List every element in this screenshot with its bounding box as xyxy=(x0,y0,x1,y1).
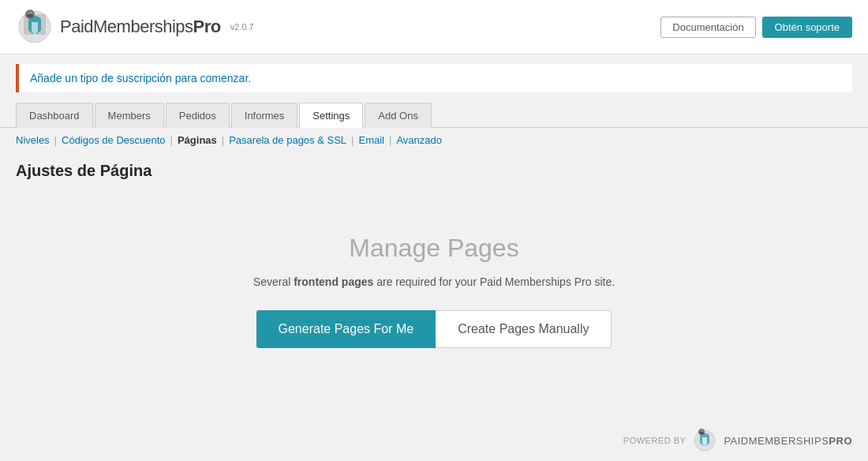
version-badge: v2.0.7 xyxy=(230,22,254,32)
tab-addons[interactable]: Add Ons xyxy=(365,103,432,128)
action-buttons: Generate Pages For Me Create Pages Manua… xyxy=(256,310,612,348)
subnav-pasarela[interactable]: Pasarela de pagos & SSL xyxy=(229,134,346,146)
svg-rect-3 xyxy=(27,14,33,17)
support-button[interactable]: Obtén soporte xyxy=(762,17,852,38)
sep-5: | xyxy=(389,134,391,146)
tab-dashboard[interactable]: Dashboard xyxy=(16,103,93,128)
tab-members[interactable]: Members xyxy=(95,103,164,128)
page-title: Ajustes de Página xyxy=(0,152,868,180)
sep-3: | xyxy=(222,134,224,146)
logo-text: PaidMembershipsPro xyxy=(60,17,221,37)
create-pages-manually-button[interactable]: Create Pages Manually xyxy=(436,310,612,348)
nav-tabs: Dashboard Members Pedidos Informes Setti… xyxy=(0,102,868,128)
tab-settings[interactable]: Settings xyxy=(299,103,363,128)
sep-1: | xyxy=(54,134,57,146)
logo-icon xyxy=(16,8,54,46)
sep-2: | xyxy=(170,134,173,146)
header: PaidMembershipsPro v2.0.7 Documentación … xyxy=(0,0,868,54)
generate-pages-button[interactable]: Generate Pages For Me xyxy=(256,310,436,348)
sep-4: | xyxy=(351,134,354,146)
notice-bar: Añade un tipo de suscripción para comenz… xyxy=(16,64,852,92)
subnav-codigos[interactable]: Códigos de Descuento xyxy=(62,134,166,146)
subnav-paginas: Páginas xyxy=(178,134,217,146)
logo-area: PaidMembershipsPro v2.0.7 xyxy=(16,8,254,46)
sub-nav: Niveles | Códigos de Descuento | Páginas… xyxy=(0,128,868,152)
header-buttons: Documentación Obtén soporte xyxy=(660,17,852,38)
documentation-button[interactable]: Documentación xyxy=(660,17,755,38)
subnav-avanzado[interactable]: Avanzado xyxy=(396,134,442,146)
manage-pages-heading: Manage Pages xyxy=(349,234,518,263)
tab-informes[interactable]: Informes xyxy=(231,103,298,128)
notice-link[interactable]: Añade un tipo de suscripción para comenz… xyxy=(30,72,251,84)
subnav-niveles[interactable]: Niveles xyxy=(16,134,50,146)
tab-pedidos[interactable]: Pedidos xyxy=(166,103,230,128)
main-content: Manage Pages Several frontend pages are … xyxy=(0,180,868,401)
subnav-email[interactable]: Email xyxy=(358,134,384,146)
manage-pages-description: Several frontend pages are required for … xyxy=(253,275,615,288)
